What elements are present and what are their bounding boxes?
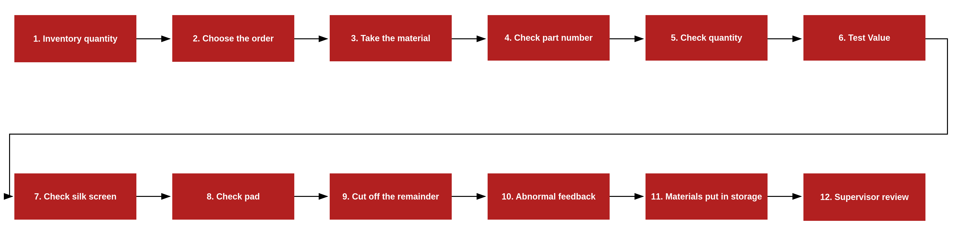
step-4-box[interactable]: 4. Check part number	[488, 15, 609, 61]
step-10-label: 10. Abnormal feedback	[502, 192, 596, 202]
step-10-box[interactable]: 10. Abnormal feedback	[488, 173, 609, 220]
step-5-box[interactable]: 5. Check quantity	[646, 15, 768, 61]
step-5-label: 5. Check quantity	[671, 33, 742, 43]
step-4-label: 4. Check part number	[504, 33, 593, 43]
step-8-label: 8. Check pad	[207, 192, 260, 202]
step-2-label: 2. Choose the order	[193, 34, 274, 43]
step-7-label: 7. Check silk screen	[34, 192, 116, 202]
step-6-box[interactable]: 6. Test Value	[803, 15, 926, 61]
step-9-label: 9. Cut off the remainder	[342, 192, 439, 202]
step-1-label: 1. Inventory quantity	[33, 34, 118, 44]
step-7-box[interactable]: 7. Check silk screen	[14, 173, 136, 220]
step-3-box[interactable]: 3. Take the material	[330, 15, 452, 61]
step-11-box[interactable]: 11. Materials put in storage	[646, 173, 768, 220]
step-1-box[interactable]: 1. Inventory quantity	[14, 15, 136, 62]
step-3-label: 3. Take the material	[351, 33, 430, 43]
step-12-box[interactable]: 12. Supervisor review	[803, 173, 926, 221]
step-6-label: 6. Test Value	[838, 33, 890, 43]
step-9-box[interactable]: 9. Cut off the remainder	[330, 173, 452, 220]
step-11-label: 11. Materials put in storage	[651, 192, 762, 202]
step-8-box[interactable]: 8. Check pad	[172, 173, 294, 220]
arrow-row1-to-row2-connector	[10, 39, 947, 196]
step-12-label: 12. Supervisor review	[820, 192, 909, 202]
step-2-box[interactable]: 2. Choose the order	[172, 15, 294, 62]
diagram-container: 1. Inventory quantity 2. Choose the orde…	[0, 0, 980, 234]
